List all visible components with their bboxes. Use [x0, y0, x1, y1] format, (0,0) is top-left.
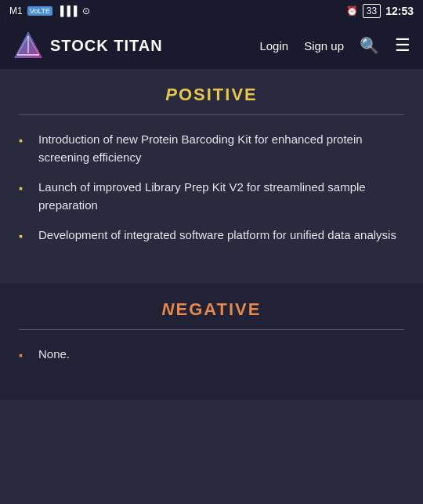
- list-item: Introduction of new Protein Barcoding Ki…: [19, 131, 404, 166]
- nav-links: Login Sign up 🔍 ☰: [259, 35, 410, 56]
- logo-icon: [13, 30, 44, 61]
- positive-title: POSITIVE: [19, 85, 404, 105]
- time-display: 12:53: [385, 5, 414, 17]
- status-right: ⏰ 33 12:53: [346, 4, 414, 18]
- wifi-icon: ⊙: [82, 5, 90, 16]
- carrier-text: M1: [9, 5, 23, 16]
- status-left: M1 VoLTE ▐▐▐ ⊙: [9, 5, 90, 16]
- volte-badge: VoLTE: [27, 6, 52, 16]
- search-icon[interactable]: 🔍: [360, 36, 379, 55]
- list-item: None.: [19, 346, 404, 364]
- list-item: Development of integrated software platf…: [19, 227, 404, 245]
- logo-container: STOCK TITAN: [13, 30, 247, 61]
- positive-section: POSITIVE Introduction of new Protein Bar…: [0, 69, 423, 281]
- negative-divider: [19, 329, 404, 330]
- list-item: Launch of improved Library Prep Kit V2 f…: [19, 179, 404, 214]
- positive-divider: [19, 114, 404, 115]
- alarm-icon: ⏰: [346, 5, 358, 16]
- signal-icon: ▐▐▐: [57, 5, 78, 16]
- navbar: STOCK TITAN Login Sign up 🔍 ☰: [0, 22, 423, 69]
- battery-indicator: 33: [363, 4, 381, 18]
- login-link[interactable]: Login: [259, 39, 288, 53]
- status-bar: M1 VoLTE ▐▐▐ ⊙ ⏰ 33 12:53: [0, 0, 423, 22]
- positive-list: Introduction of new Protein Barcoding Ki…: [19, 131, 404, 245]
- negative-section: NEGATIVE None.: [0, 284, 423, 400]
- negative-list: None.: [19, 346, 404, 364]
- menu-icon[interactable]: ☰: [395, 35, 410, 56]
- negative-title: NEGATIVE: [19, 299, 404, 320]
- main-content: POSITIVE Introduction of new Protein Bar…: [0, 69, 423, 504]
- logo-text: STOCK TITAN: [50, 37, 163, 55]
- signup-link[interactable]: Sign up: [304, 39, 344, 53]
